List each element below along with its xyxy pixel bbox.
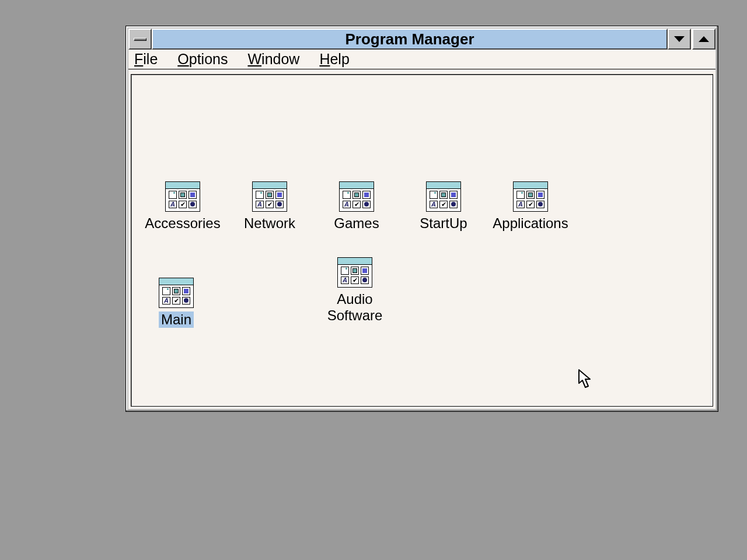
minimize-button[interactable] [668, 29, 691, 50]
program-group[interactable]: A✔Main [132, 278, 220, 328]
client-area[interactable]: A✔AccessoriesA✔NetworkA✔GamesA✔StartUpA✔… [133, 76, 711, 404]
program-group[interactable]: A✔Network [226, 181, 313, 232]
menu-options[interactable]: Options [177, 51, 228, 68]
program-group-icon: A✔ [165, 181, 200, 212]
maximize-icon [699, 36, 709, 42]
menu-window-rest: indow [261, 51, 299, 67]
program-group-icon: A✔ [252, 181, 287, 212]
program-group-icon: A✔ [513, 181, 548, 212]
system-menu-button[interactable] [128, 29, 152, 50]
program-group-label: Audio Software [311, 291, 399, 324]
maximize-button[interactable] [692, 29, 715, 50]
program-group[interactable]: A✔Applications [487, 181, 574, 232]
window-title: Program Manager [152, 29, 668, 50]
program-group-label: Games [331, 215, 381, 232]
titlebar: Program Manager [128, 29, 715, 50]
menu-window[interactable]: Window [247, 51, 299, 68]
program-group[interactable]: A✔Audio Software [311, 257, 399, 324]
program-group[interactable]: A✔Accessories [139, 181, 226, 232]
program-group-label: Network [242, 215, 298, 232]
program-group-icon: A✔ [159, 278, 194, 308]
program-group-icon: A✔ [426, 181, 461, 212]
client-area-border: A✔AccessoriesA✔NetworkA✔GamesA✔StartUpA✔… [131, 74, 713, 407]
program-group-label: StartUp [417, 215, 469, 232]
menu-help-rest: elp [330, 51, 349, 67]
menu-help[interactable]: Help [319, 51, 349, 68]
program-group-label: Accessories [142, 215, 222, 232]
menu-options-rest: ptions [189, 51, 228, 67]
program-group-label: Main [159, 312, 194, 328]
program-manager-window: Program Manager File Options Window Help… [125, 26, 718, 412]
program-group-icon: A✔ [337, 257, 372, 288]
menu-file[interactable]: File [134, 51, 158, 68]
menu-file-rest: ile [143, 51, 158, 67]
program-group[interactable]: A✔StartUp [400, 181, 487, 232]
menubar: File Options Window Help [128, 50, 715, 69]
program-group[interactable]: A✔Games [313, 181, 400, 232]
program-group-icon: A✔ [339, 181, 374, 212]
program-group-label: Applications [490, 215, 570, 232]
minimize-icon [674, 36, 685, 42]
system-menu-icon [134, 38, 146, 41]
